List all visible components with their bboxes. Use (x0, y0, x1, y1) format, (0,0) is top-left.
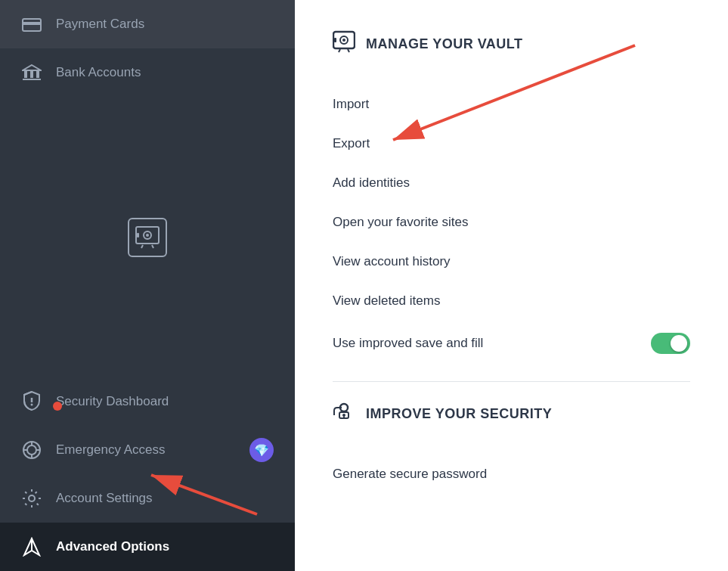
account-settings-icon (21, 488, 42, 509)
page-wrapper: Payment Cards Bank Accounts (0, 0, 728, 571)
svg-point-32 (342, 414, 345, 417)
improved-save-fill-toggle[interactable] (651, 333, 690, 354)
menu-item-label: View deleted items (333, 293, 440, 309)
manage-vault-header: MANAGE YOUR VAULT (333, 30, 690, 70)
sidebar-item-label: Security Dashboard (56, 394, 169, 409)
menu-item-view-account-history[interactable]: View account history (333, 242, 690, 281)
svg-rect-4 (30, 71, 33, 78)
menu-item-label: Generate secure password (333, 467, 487, 482)
sidebar-item-bank-accounts[interactable]: Bank Accounts (0, 48, 295, 97)
menu-item-open-favorite-sites[interactable]: Open your favorite sites (333, 203, 690, 242)
svg-line-11 (152, 245, 153, 248)
menu-item-add-identities[interactable]: Add identities (333, 163, 690, 203)
payment-cards-icon (21, 14, 42, 35)
menu-item-generate-secure-password[interactable]: Generate secure password (333, 455, 690, 494)
notification-dot (53, 402, 62, 411)
sidebar-item-payment-cards[interactable]: Payment Cards (0, 0, 295, 48)
sidebar-item-emergency-access[interactable]: Emergency Access 💎 (0, 426, 295, 474)
menu-item-label: Import (333, 97, 369, 112)
svg-line-26 (339, 49, 340, 52)
improve-security-title: IMPROVE YOUR SECURITY (366, 406, 552, 422)
sidebar-item-advanced-options[interactable]: Advanced Options (0, 523, 295, 571)
improve-security-icon (333, 400, 355, 427)
menu-item-label: Export (333, 136, 370, 151)
menu-item-export[interactable]: Export (333, 124, 690, 163)
menu-item-import[interactable]: Import (333, 85, 690, 124)
svg-marker-2 (23, 65, 41, 70)
sidebar-item-label: Emergency Access (56, 442, 166, 458)
svg-point-24 (342, 39, 345, 42)
sidebar-item-label: Payment Cards (56, 17, 144, 32)
vault-center-icon (128, 218, 167, 257)
svg-rect-1 (23, 22, 41, 25)
security-dashboard-icon (21, 391, 42, 412)
advanced-options-icon (21, 536, 42, 557)
svg-rect-6 (23, 79, 41, 80)
svg-point-21 (29, 495, 35, 501)
vault-center-area (0, 97, 295, 377)
svg-rect-5 (36, 71, 39, 78)
premium-badge: 💎 (249, 438, 274, 462)
menu-item-label: Open your favorite sites (333, 215, 469, 230)
menu-item-label: Use improved save and fill (333, 336, 483, 351)
menu-item-view-deleted-items[interactable]: View deleted items (333, 281, 690, 321)
sidebar: Payment Cards Bank Accounts (0, 0, 295, 571)
menu-item-label: View account history (333, 254, 451, 269)
sidebar-item-account-settings[interactable]: Account Settings (0, 474, 295, 523)
manage-vault-icon (333, 30, 355, 57)
sidebar-item-label: Account Settings (56, 491, 153, 506)
sidebar-item-security-dashboard[interactable]: Security Dashboard (0, 377, 295, 426)
manage-vault-title: MANAGE YOUR VAULT (366, 36, 523, 52)
svg-point-14 (31, 404, 33, 406)
menu-item-use-improved-save-fill[interactable]: Use improved save and fill (333, 321, 690, 366)
svg-rect-3 (24, 71, 27, 78)
svg-rect-25 (334, 38, 336, 42)
sidebar-item-label: Bank Accounts (56, 65, 141, 80)
improve-security-header: IMPROVE YOUR SECURITY (333, 381, 690, 439)
svg-point-9 (146, 234, 149, 237)
svg-rect-12 (137, 233, 139, 237)
bank-accounts-icon (21, 62, 42, 83)
svg-point-16 (27, 445, 36, 455)
main-content: MANAGE YOUR VAULT Import Export Add iden… (295, 0, 728, 571)
sidebar-item-label: Advanced Options (56, 539, 169, 554)
svg-line-27 (348, 49, 349, 52)
menu-item-label: Add identities (333, 175, 410, 191)
emergency-access-icon (21, 439, 42, 461)
svg-line-10 (141, 245, 143, 248)
